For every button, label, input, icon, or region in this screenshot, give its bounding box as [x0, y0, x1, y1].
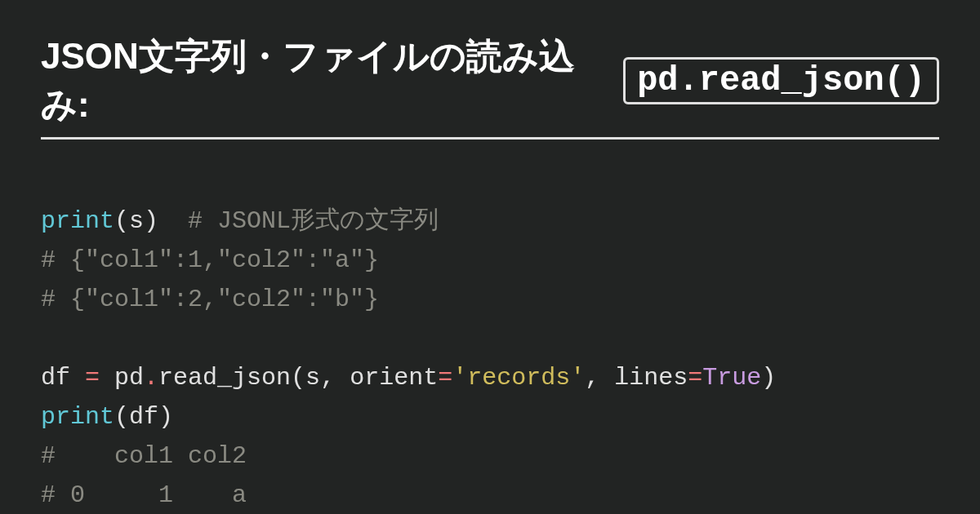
token-punct: )	[158, 403, 173, 431]
token-kw: lines	[614, 364, 688, 392]
token-punct: )	[144, 207, 158, 235]
code-line-5: df = pd.read_json(s, orient='records', l…	[41, 364, 776, 392]
token-var: s	[305, 364, 320, 392]
token-method: read_json	[158, 364, 291, 392]
token-comment: # JSONL形式の文字列	[188, 207, 439, 235]
code-line-2: # {"col1":1,"col2":"a"}	[41, 246, 379, 274]
token-op: =	[70, 364, 114, 392]
token-var: df	[41, 364, 70, 392]
token-punct: (	[291, 364, 305, 392]
token-pad	[158, 207, 188, 235]
token-op: =	[688, 364, 702, 392]
code-line-1: print(s) # JSONL形式の文字列	[41, 207, 439, 235]
title-text: JSON文字列・ファイルの読み込み:	[41, 33, 613, 129]
code-line-8: # 0 1 a	[41, 481, 247, 509]
token-punct: ,	[585, 364, 614, 392]
token-punct: ,	[320, 364, 350, 392]
code-block: print(s) # JSONL形式の文字列 # {"col1":1,"col2…	[41, 162, 939, 514]
token-punct: (	[114, 403, 129, 431]
token-func: print	[41, 403, 114, 431]
token-var: s	[129, 207, 144, 235]
title-code-badge: pd.read_json()	[623, 57, 939, 104]
token-kw: orient	[350, 364, 438, 392]
code-line-3: # {"col1":2,"col2":"b"}	[41, 286, 379, 313]
title-section: JSON文字列・ファイルの読み込み: pd.read_json()	[41, 33, 939, 140]
token-str: 'records'	[452, 364, 585, 392]
code-line-6: print(df)	[41, 403, 173, 431]
token-dot: .	[144, 364, 158, 392]
token-const: True	[702, 364, 761, 392]
token-var: df	[129, 403, 158, 431]
token-punct: )	[761, 364, 776, 392]
token-obj: pd	[114, 364, 144, 392]
token-punct: (	[114, 207, 129, 235]
token-func: print	[41, 207, 114, 235]
token-op: =	[438, 364, 452, 392]
code-line-7: # col1 col2	[41, 442, 247, 470]
